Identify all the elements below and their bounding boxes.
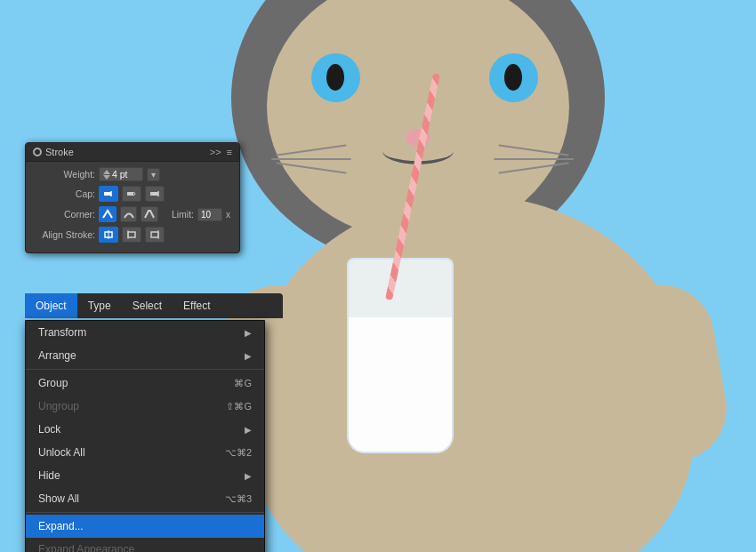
weight-spinner-down[interactable] [103, 175, 110, 180]
dropdown-arrow-icon: ▶ [245, 471, 252, 481]
limit-input[interactable] [197, 208, 222, 221]
corner-round-button[interactable] [120, 206, 138, 222]
dropdown-item-lock[interactable]: Lock▶ [26, 418, 264, 441]
dropdown-item-expand---[interactable]: Expand... [26, 515, 264, 538]
dropdown-item-show-all[interactable]: Show All⌥⌘3 [26, 487, 264, 510]
dropdown-label: Expand... [38, 520, 84, 532]
dropdown-menu: Transform▶Arrange▶Group⌘GUngroup⇧⌘GLock▶… [25, 320, 265, 552]
weight-input[interactable] [112, 169, 139, 180]
svg-rect-3 [150, 192, 158, 196]
svg-rect-9 [151, 232, 158, 237]
cap-label: Cap: [35, 188, 95, 199]
menu-item-object[interactable]: Object [25, 293, 77, 318]
stroke-panel-body: Weight: ▾ Cap: Corne [26, 162, 239, 252]
dropdown-separator [26, 512, 264, 513]
whisker-l2 [271, 158, 351, 160]
dropdown-label: Lock [38, 423, 60, 436]
stroke-panel: Stroke >> ≡ Weight: ▾ Cap: [25, 142, 240, 253]
dropdown-label: Hide [38, 469, 60, 482]
weight-spinner[interactable] [103, 170, 110, 180]
menu-item-type[interactable]: Type [77, 293, 122, 318]
menu-item-effect[interactable]: Effect [173, 293, 221, 318]
cat-pupil-left [326, 64, 344, 91]
cat-eye-right [489, 53, 538, 102]
stroke-weight-row: Weight: ▾ [35, 167, 230, 181]
stroke-align-row: Align Stroke: [35, 227, 230, 243]
corner-bevel-button[interactable] [141, 206, 158, 222]
dropdown-label: Ungroup [38, 400, 79, 412]
cat-eye-left [311, 53, 360, 102]
svg-rect-7 [128, 232, 135, 237]
weight-spinner-up[interactable] [103, 170, 110, 174]
cat-pupil-right [504, 64, 522, 91]
dropdown-item-unlock-all[interactable]: Unlock All⌥⌘2 [26, 441, 264, 464]
dropdown-arrow-icon: ▶ [245, 351, 252, 361]
stroke-icon [33, 148, 42, 156]
menu-item-select[interactable]: Select [122, 293, 173, 318]
whisker-r2 [494, 158, 574, 160]
dropdown-shortcut: ⌥⌘3 [225, 493, 252, 505]
align-outside-button[interactable] [145, 227, 165, 243]
dropdown-item-ungroup: Ungroup⇧⌘G [26, 395, 264, 418]
stroke-corner-row: Corner: Limit: x [35, 206, 230, 222]
weight-dropdown[interactable]: ▾ [147, 168, 160, 181]
dropdown-arrow-icon: ▶ [245, 425, 252, 435]
dropdown-label: Transform [38, 326, 86, 339]
corner-label: Corner: [35, 209, 95, 220]
cap-projecting-button[interactable] [145, 186, 165, 202]
align-inside-button[interactable] [122, 227, 141, 243]
limit-x-button[interactable]: x [226, 210, 230, 220]
stroke-panel-controls: >> ≡ [210, 147, 232, 157]
svg-rect-0 [104, 192, 111, 196]
stroke-panel-header: Stroke >> ≡ [26, 143, 239, 162]
dropdown-item-expand-appearance: Expand Appearance [26, 538, 264, 552]
dropdown-item-group[interactable]: Group⌘G [26, 372, 264, 395]
align-stroke-label: Align Stroke: [35, 229, 95, 240]
weight-input-group[interactable] [99, 167, 143, 181]
milk-glass [347, 258, 454, 453]
dropdown-label: Arrange [38, 349, 76, 362]
corner-miter-button[interactable] [99, 206, 117, 222]
dropdown-item-arrange[interactable]: Arrange▶ [26, 344, 264, 367]
stroke-panel-label: Stroke [45, 147, 74, 157]
dropdown-shortcut: ⌥⌘2 [225, 447, 252, 459]
cap-butt-button[interactable] [99, 186, 118, 202]
stroke-cap-row: Cap: [35, 186, 230, 202]
panel-expand-icon[interactable]: >> [210, 147, 221, 157]
svg-rect-2 [127, 192, 133, 196]
milk-liquid [349, 317, 452, 452]
dropdown-item-transform[interactable]: Transform▶ [26, 321, 264, 344]
dropdown-label: Group [38, 377, 68, 389]
dropdown-shortcut: ⌘G [234, 378, 252, 389]
cap-round-button[interactable] [122, 186, 141, 202]
dropdown-shortcut: ⇧⌘G [226, 401, 252, 412]
dropdown-label: Unlock All [38, 446, 85, 459]
dropdown-arrow-icon: ▶ [245, 328, 252, 338]
weight-label: Weight: [35, 169, 95, 180]
dropdown-separator [26, 369, 264, 370]
panel-menu-icon[interactable]: ≡ [227, 147, 232, 157]
align-center-button[interactable] [99, 227, 118, 243]
dropdown-label: Show All [38, 492, 79, 505]
limit-label: Limit: [162, 209, 194, 220]
stroke-panel-title: Stroke [33, 147, 74, 157]
dropdown-item-hide[interactable]: Hide▶ [26, 464, 264, 487]
menu-items-row: Object Type Select Effect [25, 293, 283, 318]
menu-bar: Object Type Select Effect [25, 293, 283, 318]
dropdown-label: Expand Appearance [38, 543, 134, 552]
